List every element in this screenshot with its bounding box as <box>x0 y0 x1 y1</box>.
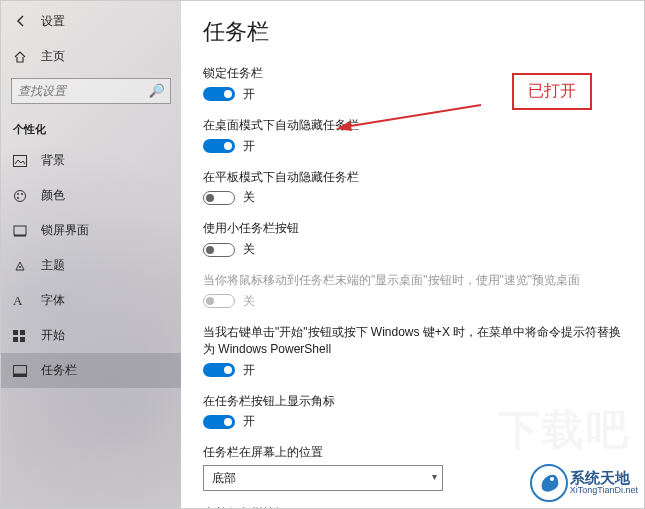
sidebar-item-themes[interactable]: 主题 <box>1 248 181 283</box>
toggle-lock-taskbar[interactable] <box>203 87 235 101</box>
sidebar-item-taskbar[interactable]: 任务栏 <box>1 353 181 388</box>
sidebar-item-label: 字体 <box>41 292 65 309</box>
setting-label: 在任务栏按钮上显示角标 <box>203 393 626 410</box>
sidebar-item-colors[interactable]: 颜色 <box>1 178 181 213</box>
setting-small-buttons: 使用小任务栏按钮 关 <box>203 220 626 258</box>
sidebar-item-background[interactable]: 背景 <box>1 143 181 178</box>
taskbar-icon <box>13 365 31 377</box>
svg-rect-5 <box>14 226 26 235</box>
setting-label: 在平板模式下自动隐藏任务栏 <box>203 169 626 186</box>
svg-point-1 <box>15 190 26 201</box>
lock-icon <box>13 225 31 237</box>
palette-icon <box>13 189 31 203</box>
toggle-hide-desktop[interactable] <box>203 139 235 153</box>
image-icon <box>13 155 31 167</box>
svg-point-2 <box>17 193 19 195</box>
theme-icon <box>13 259 31 273</box>
setting-position: 任务栏在屏幕上的位置 底部 ▾ <box>203 444 626 491</box>
svg-point-3 <box>21 193 23 195</box>
font-icon: A <box>13 293 31 309</box>
settings-sidebar: 设置 主页 🔍 个性化 背景 颜色 锁屏界面 主题 <box>1 1 181 508</box>
sidebar-item-label: 背景 <box>41 152 65 169</box>
sidebar-item-start[interactable]: 开始 <box>1 318 181 353</box>
sidebar-item-home[interactable]: 主页 <box>1 39 181 74</box>
setting-peek: 当你将鼠标移动到任务栏末端的"显示桌面"按钮时，使用"速览"预览桌面 关 <box>203 272 626 310</box>
page-title: 任务栏 <box>203 17 626 47</box>
setting-label: 使用小任务栏按钮 <box>203 220 626 237</box>
toggle-state-text: 关 <box>243 293 255 310</box>
svg-rect-10 <box>13 337 18 342</box>
search-icon: 🔍 <box>149 83 165 98</box>
svg-rect-11 <box>20 337 25 342</box>
toggle-state-text: 关 <box>243 241 255 258</box>
sidebar-item-label: 主题 <box>41 257 65 274</box>
sidebar-item-label: 任务栏 <box>41 362 77 379</box>
toggle-state-text: 开 <box>243 362 255 379</box>
setting-combine: 合并任务栏按钮 始终合并按钮 ▾ <box>203 505 626 508</box>
start-icon <box>13 330 31 342</box>
svg-rect-13 <box>14 373 27 376</box>
toggle-powershell[interactable] <box>203 363 235 377</box>
select-taskbar-position[interactable]: 底部 <box>203 465 443 491</box>
svg-point-7 <box>19 266 21 268</box>
sidebar-item-lockscreen[interactable]: 锁屏界面 <box>1 213 181 248</box>
toggle-state-text: 开 <box>243 413 255 430</box>
setting-label: 任务栏在屏幕上的位置 <box>203 444 626 461</box>
svg-rect-0 <box>14 155 27 166</box>
sidebar-item-label: 主页 <box>41 48 65 65</box>
toggle-state-text: 开 <box>243 86 255 103</box>
setting-label: 在桌面模式下自动隐藏任务栏 <box>203 117 626 134</box>
svg-rect-9 <box>20 330 25 335</box>
window-title: 设置 <box>41 13 65 30</box>
annotation-callout: 已打开 <box>512 73 592 110</box>
sidebar-item-fonts[interactable]: A 字体 <box>1 283 181 318</box>
svg-point-4 <box>17 197 19 199</box>
sidebar-item-label: 锁屏界面 <box>41 222 89 239</box>
toggle-small-buttons[interactable] <box>203 243 235 257</box>
setting-powershell: 当我右键单击"开始"按钮或按下 Windows 键+X 时，在菜单中将命令提示符… <box>203 324 626 379</box>
toggle-state-text: 关 <box>243 189 255 206</box>
home-icon <box>13 50 31 64</box>
setting-hide-tablet: 在平板模式下自动隐藏任务栏 关 <box>203 169 626 207</box>
section-header-personalization: 个性化 <box>1 114 181 143</box>
toggle-badges[interactable] <box>203 415 235 429</box>
back-arrow-icon <box>14 14 28 28</box>
sidebar-item-label: 开始 <box>41 327 65 344</box>
svg-rect-8 <box>13 330 18 335</box>
setting-label: 当你将鼠标移动到任务栏末端的"显示桌面"按钮时，使用"速览"预览桌面 <box>203 272 626 289</box>
svg-rect-6 <box>14 235 26 237</box>
toggle-peek <box>203 294 235 308</box>
toggle-hide-tablet[interactable] <box>203 191 235 205</box>
toggle-state-text: 开 <box>243 138 255 155</box>
setting-label: 当我右键单击"开始"按钮或按下 Windows 键+X 时，在菜单中将命令提示符… <box>203 324 626 358</box>
sidebar-item-label: 颜色 <box>41 187 65 204</box>
back-button[interactable] <box>11 11 31 31</box>
setting-label: 合并任务栏按钮 <box>203 505 626 508</box>
search-input[interactable] <box>11 78 171 104</box>
setting-badges: 在任务栏按钮上显示角标 开 <box>203 393 626 431</box>
setting-hide-desktop: 在桌面模式下自动隐藏任务栏 开 <box>203 117 626 155</box>
